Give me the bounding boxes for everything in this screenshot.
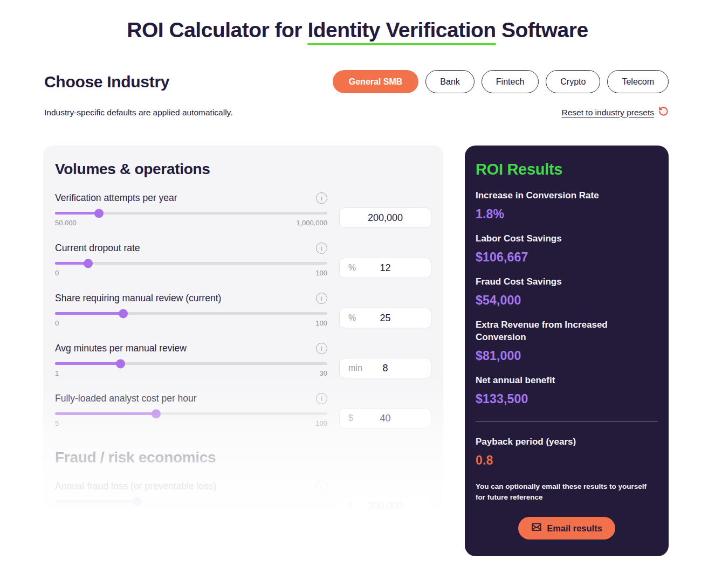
main-content: Volumes & operations Verification attemp…: [43, 146, 669, 556]
value-input[interactable]: $ 300,000: [339, 496, 431, 516]
slider-group-dropout-rate: Current dropout rate 0 100 % 12: [55, 243, 431, 278]
slider-min-label: 1: [55, 369, 59, 377]
slider-min-label: 0: [55, 269, 59, 277]
slider-thumb[interactable]: [152, 409, 161, 418]
input-prefix: %: [348, 313, 356, 323]
metric-net-benefit: Net annual benefit $133,500: [476, 375, 658, 406]
metric-label: Fraud Cost Savings: [476, 276, 658, 288]
email-results-label: Email results: [547, 523, 602, 534]
info-icon[interactable]: [316, 343, 327, 354]
slider[interactable]: [55, 500, 327, 503]
slider-max-label: 100: [315, 269, 327, 277]
value-input[interactable]: $ 40: [339, 408, 431, 428]
envelope-icon: [531, 522, 542, 535]
slider-min-label: 5: [55, 419, 59, 427]
info-icon[interactable]: [316, 481, 327, 492]
industry-pill-group: General SMB Bank Fintech Crypto Telecom: [333, 70, 669, 93]
results-divider: [476, 421, 658, 422]
input-prefix: $: [348, 501, 353, 511]
info-icon[interactable]: [316, 192, 327, 204]
industry-pill-bank[interactable]: Bank: [425, 70, 474, 93]
slider-thumb[interactable]: [94, 209, 104, 218]
metric-value: $54,000: [476, 293, 658, 308]
metric-label: Labor Cost Savings: [476, 233, 658, 245]
value-input[interactable]: min 8: [339, 358, 431, 378]
slider-thumb[interactable]: [119, 309, 128, 318]
metric-label: Increase in Conversion Rate: [476, 190, 658, 202]
metric-payback-period: Payback period (years) 0.8: [476, 436, 658, 468]
metric-value: 0.8: [476, 453, 658, 468]
metric-label: Payback period (years): [476, 436, 658, 448]
input-prefix: $: [348, 413, 353, 423]
slider-group-annual-fraud-loss: Annual fraud loss (or preventable loss) …: [55, 481, 431, 516]
info-icon[interactable]: [316, 393, 327, 404]
section-fraud-title: Fraud / risk economics: [55, 449, 431, 466]
input-value: 25: [380, 313, 390, 324]
metric-conversion-rate: Increase in Conversion Rate 1.8%: [476, 190, 658, 222]
slider-label: Verification attempts per year: [55, 192, 177, 204]
email-results-button[interactable]: Email results: [518, 517, 615, 539]
slider-max-label: 1,000,000: [296, 219, 327, 227]
industry-chooser: Choose Industry General SMB Bank Fintech…: [44, 70, 669, 93]
slider[interactable]: [55, 362, 327, 365]
slider-thumb[interactable]: [116, 359, 125, 368]
slider-max-label: 100: [315, 319, 327, 327]
section-volumes-title: Volumes & operations: [55, 161, 431, 178]
industry-subtext: Industry-specific defaults are applied a…: [44, 108, 233, 117]
industry-pill-telecom[interactable]: Telecom: [607, 70, 669, 93]
value-input[interactable]: % 12: [339, 258, 431, 278]
industry-pill-fintech[interactable]: Fintech: [482, 70, 539, 93]
input-prefix: min: [348, 363, 362, 373]
slider-min-label: 50,000: [55, 219, 77, 227]
value-input[interactable]: % 25: [339, 308, 431, 328]
undo-icon: [658, 106, 669, 119]
industry-pill-crypto[interactable]: Crypto: [546, 70, 600, 93]
slider-label: Current dropout rate: [55, 243, 140, 254]
slider[interactable]: [55, 262, 327, 265]
industry-subrow: Industry-specific defaults are applied a…: [44, 106, 669, 119]
page-title-suffix: Software: [496, 18, 588, 41]
metric-label: Net annual benefit: [476, 375, 658, 387]
input-value: 200,000: [368, 212, 403, 224]
roi-results-panel: ROI Results Increase in Conversion Rate …: [465, 146, 669, 556]
reset-presets-label: Reset to industry presets: [562, 108, 654, 117]
slider-group-analyst-cost: Fully-loaded analyst cost per hour 5 100…: [55, 393, 431, 428]
metric-fraud-savings: Fraud Cost Savings $54,000: [476, 276, 658, 308]
inputs-card: Volumes & operations Verification attemp…: [43, 146, 443, 555]
metric-extra-revenue: Extra Revenue from Increased Conversion …: [476, 319, 658, 363]
email-note: You can optionally email these results t…: [476, 481, 658, 503]
input-value: 40: [380, 413, 390, 424]
slider-group-verification-attempts: Verification attempts per year 50,000 1,…: [55, 192, 431, 228]
page-title-prefix: ROI Calculator for: [127, 18, 307, 41]
info-icon[interactable]: [316, 293, 327, 304]
slider[interactable]: [55, 312, 327, 315]
slider-thumb[interactable]: [84, 259, 93, 268]
metric-value: $133,500: [476, 392, 658, 406]
input-value: 8: [382, 363, 388, 374]
metric-label: Extra Revenue from Increased Conversion: [476, 319, 658, 344]
metric-labor-savings: Labor Cost Savings $106,667: [476, 233, 658, 265]
slider-label: Avg minutes per manual review: [55, 343, 187, 354]
slider-max-label: 100: [315, 419, 327, 427]
slider[interactable]: [55, 212, 327, 215]
metric-value: $106,667: [476, 250, 658, 265]
metric-value: $81,000: [476, 349, 658, 363]
slider-thumb[interactable]: [133, 497, 142, 506]
roi-results-title: ROI Results: [476, 161, 658, 178]
slider[interactable]: [55, 412, 327, 415]
slider-label: Fully-loaded analyst cost per hour: [55, 393, 197, 404]
reset-presets-link[interactable]: Reset to industry presets: [562, 106, 669, 119]
slider-min-label: 0: [55, 319, 59, 327]
input-value: 12: [380, 262, 390, 274]
metric-value: 1.8%: [476, 207, 658, 222]
info-icon[interactable]: [316, 243, 327, 254]
value-input[interactable]: 200,000: [339, 207, 431, 228]
input-value: 300,000: [368, 501, 403, 512]
choose-industry-heading: Choose Industry: [44, 73, 169, 91]
slider-group-minutes-per-review: Avg minutes per manual review 1 30 min 8: [55, 343, 431, 378]
industry-pill-general-smb[interactable]: General SMB: [333, 70, 419, 93]
slider-label: Annual fraud loss (or preventable loss): [55, 481, 217, 492]
page-title-highlight: Identity Verification: [307, 18, 496, 41]
input-prefix: %: [348, 263, 356, 273]
slider-max-label: 30: [320, 369, 327, 377]
